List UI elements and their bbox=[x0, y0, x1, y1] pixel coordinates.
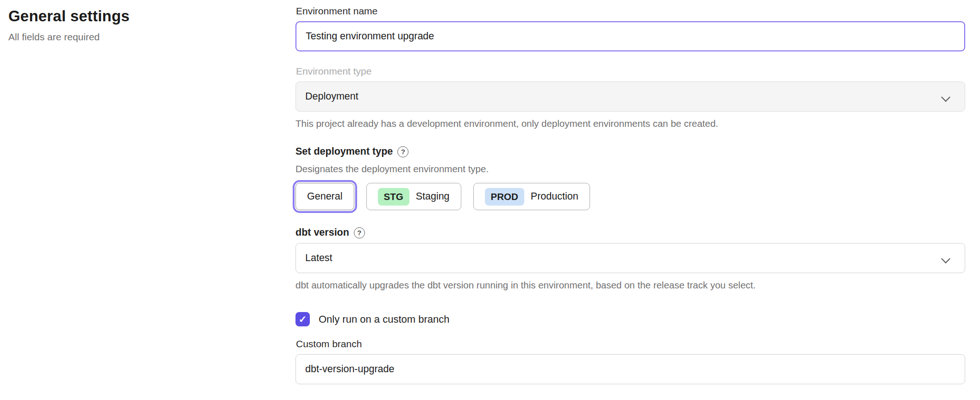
help-icon[interactable]: ? bbox=[397, 146, 408, 157]
general-settings-page: General settings All fields are required… bbox=[0, 0, 980, 400]
dbt-version-heading-row: dbt version ? bbox=[295, 227, 965, 238]
dbt-version-value: Latest bbox=[305, 252, 333, 264]
staging-badge: STG bbox=[378, 188, 409, 206]
deployment-type-option-staging[interactable]: STG Staging bbox=[366, 183, 461, 210]
environment-name-input[interactable] bbox=[295, 21, 965, 51]
deployment-type-options: General STG Staging PROD Production bbox=[295, 183, 965, 210]
deployment-type-option-staging-label: Staging bbox=[416, 191, 450, 202]
deployment-type-option-general-label: General bbox=[307, 191, 343, 202]
page-subtitle: All fields are required bbox=[8, 31, 286, 43]
environment-type-group: Environment type Deployment This project… bbox=[295, 66, 965, 129]
environment-name-label: Environment name bbox=[296, 6, 965, 17]
custom-branch-label: Custom branch bbox=[296, 338, 965, 350]
custom-branch-input[interactable] bbox=[295, 354, 965, 384]
settings-header: General settings All fields are required bbox=[8, 7, 286, 43]
custom-branch-group: Custom branch bbox=[295, 338, 965, 384]
deployment-type-heading-row: Set deployment type ? bbox=[295, 146, 965, 157]
dbt-version-group: dbt version ? Latest dbt automatically u… bbox=[295, 227, 965, 291]
deployment-type-group: Set deployment type ? Designates the dep… bbox=[295, 146, 965, 210]
production-badge: PROD bbox=[485, 188, 524, 206]
help-icon[interactable]: ? bbox=[354, 227, 365, 238]
environment-settings-form: Environment name Environment type Deploy… bbox=[295, 6, 965, 384]
environment-name-group: Environment name bbox=[295, 6, 965, 51]
deployment-type-option-production-label: Production bbox=[531, 191, 578, 202]
dbt-version-select[interactable]: Latest bbox=[295, 243, 965, 273]
custom-branch-checkbox[interactable]: ✓ bbox=[295, 312, 310, 326]
deployment-type-option-general[interactable]: General bbox=[295, 183, 354, 210]
custom-branch-checkbox-label[interactable]: Only run on a custom branch bbox=[319, 313, 449, 325]
environment-type-helper: This project already has a development e… bbox=[295, 118, 965, 129]
environment-type-label: Environment type bbox=[296, 66, 965, 77]
chevron-down-icon bbox=[941, 254, 950, 263]
chevron-down-icon bbox=[941, 93, 950, 102]
environment-type-select: Deployment bbox=[295, 81, 965, 112]
deployment-type-option-production[interactable]: PROD Production bbox=[473, 183, 590, 210]
dbt-version-label: dbt version bbox=[295, 227, 349, 238]
environment-type-value: Deployment bbox=[305, 91, 358, 102]
dbt-version-helper: dbt automatically upgrades the dbt versi… bbox=[295, 280, 965, 291]
page-title: General settings bbox=[8, 7, 286, 25]
deployment-type-label: Set deployment type bbox=[295, 146, 393, 157]
custom-branch-checkbox-row: ✓ Only run on a custom branch bbox=[295, 312, 965, 326]
deployment-type-helper: Designates the deployment environment ty… bbox=[295, 163, 965, 175]
checkmark-icon: ✓ bbox=[299, 314, 307, 325]
